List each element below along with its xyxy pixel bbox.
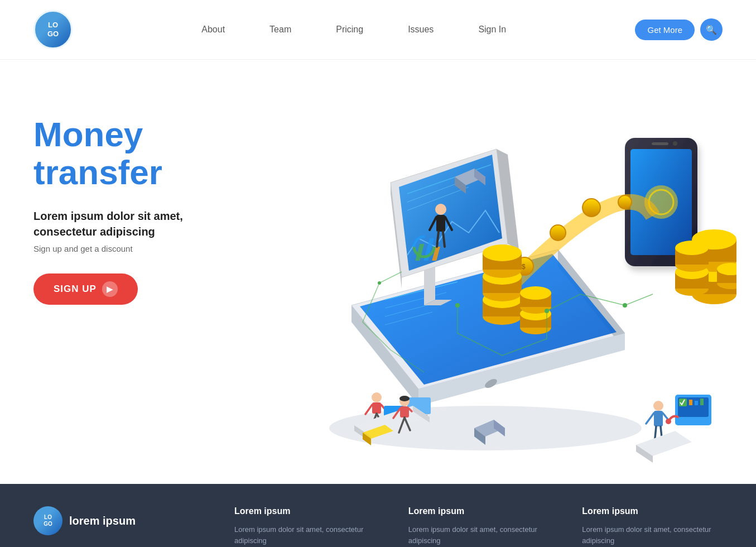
svg-rect-115 <box>695 401 698 405</box>
svg-point-83 <box>372 392 382 402</box>
hero-section: Money transfer Lorem ipsum dolor sit ame… <box>0 60 756 484</box>
header-actions: Get More 🔍 <box>635 18 723 41</box>
svg-rect-84 <box>372 402 381 414</box>
footer-brand-name: lorem ipsum <box>69 515 136 527</box>
svg-rect-114 <box>689 400 692 405</box>
footer-brand-col: LO GO lorem ipsum Lorem ipsum dolor sit … <box>33 506 201 547</box>
svg-point-36 <box>618 195 632 209</box>
svg-text:$: $ <box>522 263 526 271</box>
svg-point-34 <box>550 225 566 241</box>
svg-point-105 <box>653 401 663 411</box>
arrow-icon: ▶ <box>102 281 118 297</box>
svg-point-35 <box>582 199 600 217</box>
footer-col3-title: Lorem ipsum <box>408 506 549 516</box>
footer: LO GO lorem ipsum Lorem ipsum dolor sit … <box>0 484 756 547</box>
svg-point-77 <box>435 204 446 215</box>
svg-line-107 <box>646 413 654 424</box>
hero-illustration: $ <box>234 82 736 473</box>
hero-description: Sign up and get a discount <box>33 244 245 253</box>
footer-col2-link1[interactable]: Lorem ipsum dolor sit amet, consectetur … <box>234 524 375 546</box>
svg-rect-116 <box>700 399 704 405</box>
main-nav: About Team Pricing Issues Sign In <box>201 25 506 35</box>
nav-pricing[interactable]: Pricing <box>336 25 363 35</box>
hero-title: Money transfer <box>33 116 245 191</box>
footer-description: Lorem ipsum dolor sit amet, consectetur … <box>33 544 201 547</box>
footer-logo: LO GO <box>33 506 62 535</box>
hero-subtitle: Lorem ipsum dolor sit amet, consectetur … <box>33 208 245 239</box>
footer-col2-title: Lorem ipsum <box>234 506 375 516</box>
logo[interactable]: LO GO <box>33 10 73 49</box>
nav-team[interactable]: Team <box>269 25 291 35</box>
svg-point-51 <box>520 286 551 300</box>
svg-rect-106 <box>654 411 663 426</box>
svg-rect-100 <box>400 406 409 418</box>
search-icon[interactable]: 🔍 <box>700 18 723 41</box>
logo-circle: LO GO <box>33 10 73 49</box>
svg-point-31 <box>673 141 677 146</box>
signup-button[interactable]: SIGN UP ▶ <box>33 274 138 305</box>
svg-rect-78 <box>436 215 445 232</box>
svg-point-63 <box>675 241 709 255</box>
svg-point-117 <box>666 419 671 424</box>
svg-point-70 <box>378 281 381 285</box>
svg-point-68 <box>545 309 549 313</box>
svg-point-99 <box>399 396 410 401</box>
footer-logo-row: LO GO lorem ipsum <box>33 506 201 535</box>
hero-content: Money transfer Lorem ipsum dolor sit ame… <box>33 82 245 305</box>
footer-col3-link1[interactable]: Lorem ipsum dolor sit amet, consectetur … <box>408 524 549 546</box>
isometric-scene: $ <box>234 82 736 473</box>
svg-point-45 <box>483 244 522 261</box>
footer-col4-title: Lorem ipsum <box>582 506 723 516</box>
footer-col-3: Lorem ipsum Lorem ipsum dolor sit amet, … <box>408 506 549 547</box>
nav-signin[interactable]: Sign In <box>478 25 506 35</box>
svg-rect-30 <box>652 142 668 145</box>
nav-about[interactable]: About <box>201 25 225 35</box>
footer-col-2: Lorem ipsum Lorem ipsum dolor sit amet, … <box>234 506 375 547</box>
get-more-button[interactable]: Get More <box>635 20 695 40</box>
svg-line-85 <box>365 405 372 414</box>
svg-point-69 <box>623 303 627 308</box>
nav-issues[interactable]: Issues <box>408 25 434 35</box>
footer-col4-link1[interactable]: Lorem ipsum dolor sit amet, consectetur … <box>582 524 723 546</box>
footer-col-4: Lorem ipsum Lorem ipsum dolor sit amet, … <box>582 506 723 547</box>
svg-point-67 <box>455 303 460 308</box>
